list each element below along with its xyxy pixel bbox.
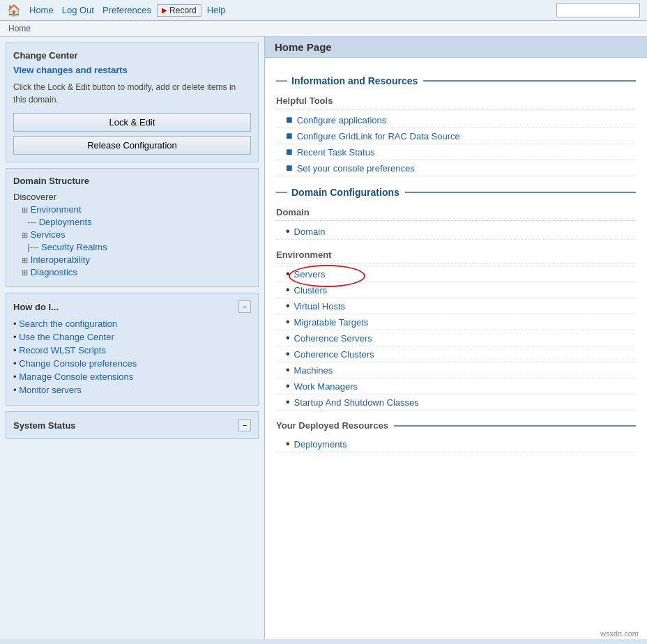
- list-item: Search the configuration: [13, 319, 251, 329]
- how-do-i-prefs-link[interactable]: Change Console preferences: [19, 358, 137, 369]
- environment-list: • Servers • Clusters • Virtual Hosts: [276, 266, 636, 411]
- deployments-link[interactable]: Deployments: [294, 439, 347, 450]
- startup-shutdown-link[interactable]: Startup And Shutdown Classes: [294, 397, 419, 408]
- view-changes-link[interactable]: View changes and restarts: [13, 65, 251, 75]
- domain-structure-title: Domain Structure: [13, 176, 251, 186]
- list-item: Manage Console extensions: [13, 371, 251, 382]
- dash-icon: —: [276, 75, 287, 87]
- section-line: [423, 80, 636, 82]
- coherence-clusters-link[interactable]: Coherence Clusters: [294, 349, 374, 360]
- bullet-icon: ■: [286, 162, 293, 174]
- how-do-i-collapse-button[interactable]: −: [238, 300, 251, 313]
- watermark: wsxdn.com: [597, 629, 641, 638]
- recent-task-status-link[interactable]: Recent Task Status: [297, 147, 375, 158]
- bullet-icon: •: [286, 316, 290, 328]
- record-button[interactable]: ▶ Record: [157, 4, 201, 17]
- tree-services-link[interactable]: Services: [31, 229, 66, 240]
- bullet-icon: •: [286, 226, 290, 237]
- how-do-i-list: Search the configuration Use the Change …: [13, 319, 251, 395]
- how-do-i-header: How do I... −: [13, 300, 251, 313]
- migratable-targets-link[interactable]: Migratable Targets: [294, 317, 369, 328]
- how-do-i-change-center-link[interactable]: Use the Change Center: [19, 332, 114, 342]
- nav-logout-link[interactable]: Log Out: [59, 5, 97, 15]
- tree-environment: ⊞ Environment: [13, 204, 251, 215]
- list-item: ■ Recent Task Status: [276, 144, 636, 160]
- tree-interoperability: ⊞ Interoperability: [13, 254, 251, 265]
- bullet-icon: •: [286, 332, 290, 344]
- change-center-panel: Change Center View changes and restarts …: [6, 43, 259, 162]
- bullet-icon: •: [286, 284, 290, 296]
- release-configuration-button[interactable]: Release Configuration: [13, 136, 251, 155]
- configure-apps-link[interactable]: Configure applications: [297, 115, 387, 125]
- virtual-hosts-link[interactable]: Virtual Hosts: [294, 301, 345, 312]
- tree-security-realms-link[interactable]: Security Realms: [41, 242, 107, 252]
- servers-link[interactable]: Servers: [294, 269, 326, 279]
- domain-subtitle: Domain: [276, 204, 636, 221]
- info-resources-section: — Information and Resources: [276, 75, 636, 87]
- list-item: • Domain: [276, 224, 636, 240]
- how-do-i-title: How do I...: [13, 302, 59, 312]
- system-status-title: System Status: [13, 420, 76, 431]
- how-do-i-record-link[interactable]: Record WLST Scripts: [19, 345, 106, 355]
- page-title: Home Page: [265, 37, 647, 58]
- top-search-input[interactable]: [556, 3, 640, 17]
- bullet-icon: ■: [286, 114, 293, 125]
- list-item: • Virtual Hosts: [276, 298, 636, 314]
- how-do-i-extensions-link[interactable]: Manage Console extensions: [19, 371, 133, 382]
- system-status-panel: System Status −: [6, 411, 259, 439]
- bullet-icon: ■: [286, 146, 293, 158]
- nav-home-link[interactable]: Home: [26, 5, 56, 15]
- how-do-i-monitor-link[interactable]: Monitor servers: [19, 385, 82, 395]
- bullet-icon: •: [286, 268, 290, 279]
- list-item: • Coherence Clusters: [276, 346, 636, 362]
- list-item: Use the Change Center: [13, 332, 251, 342]
- bullet-icon: •: [286, 438, 290, 450]
- bullet-icon: •: [286, 365, 290, 376]
- tree-deployments-link[interactable]: Deployments: [39, 217, 92, 227]
- coherence-servers-link[interactable]: Coherence Servers: [294, 333, 372, 344]
- change-center-description: Click the Lock & Edit button to modify, …: [13, 81, 251, 106]
- nav-preferences-link[interactable]: Preferences: [100, 5, 154, 15]
- set-console-prefs-link[interactable]: Set your console preferences: [297, 163, 415, 174]
- expand-icon-interop: ⊞: [22, 256, 28, 264]
- lock-edit-button[interactable]: Lock & Edit: [13, 113, 251, 132]
- section-line3: [394, 425, 636, 427]
- list-item: • Deployments: [276, 436, 636, 452]
- domain-structure-panel: Domain Structure Discoverer ⊞ Environmen…: [6, 168, 259, 287]
- tree-deployments-prefix: ---: [27, 217, 36, 227]
- top-navigation: 🏠 Home Log Out Preferences ▶ Record Help: [0, 0, 647, 21]
- bullet-icon: •: [286, 397, 290, 408]
- how-do-i-search-link[interactable]: Search the configuration: [19, 319, 117, 329]
- servers-highlight: Servers: [294, 269, 326, 279]
- environment-subsection: Environment • Servers • Clusters: [276, 247, 636, 411]
- domain-link[interactable]: Domain: [294, 227, 326, 237]
- home-icon: 🏠: [7, 3, 21, 17]
- configure-gridlink-link[interactable]: Configure GridLink for RAC Data Source: [297, 131, 460, 141]
- record-icon: ▶: [162, 6, 167, 14]
- tree-environment-link[interactable]: Environment: [31, 204, 82, 215]
- record-label: Record: [169, 6, 197, 15]
- tree-diagnostics-link[interactable]: Diagnostics: [31, 267, 77, 277]
- sidebar: Change Center View changes and restarts …: [0, 37, 265, 639]
- main-content: Home Page — Information and Resources He…: [265, 37, 647, 639]
- info-resources-title: — Information and Resources: [276, 75, 418, 87]
- tree-interoperability-link[interactable]: Interoperability: [31, 254, 90, 265]
- list-item: • Startup And Shutdown Classes: [276, 394, 636, 411]
- domain-list: • Domain: [276, 224, 636, 240]
- tree-services: ⊞ Services: [13, 229, 251, 240]
- bullet-icon: •: [286, 348, 290, 360]
- breadcrumb-text: Home: [8, 24, 31, 33]
- machines-link[interactable]: Machines: [294, 365, 333, 376]
- expand-icon-services: ⊞: [22, 231, 28, 239]
- work-managers-link[interactable]: Work Managers: [294, 381, 358, 392]
- domain-subsection: Domain • Domain: [276, 204, 636, 240]
- deployed-resources-subsection: • Deployments: [276, 436, 636, 452]
- deployed-resources-label: Your Deployed Resources: [276, 420, 388, 431]
- clusters-link[interactable]: Clusters: [294, 285, 328, 296]
- domain-config-section: — Domain Configurations: [276, 186, 636, 199]
- deployed-resources-section: Your Deployed Resources: [276, 420, 636, 431]
- change-center-title: Change Center: [13, 50, 251, 61]
- nav-help-link[interactable]: Help: [204, 5, 229, 15]
- system-status-collapse-button[interactable]: −: [238, 419, 251, 431]
- domain-config-label: Domain Configurations: [291, 187, 399, 198]
